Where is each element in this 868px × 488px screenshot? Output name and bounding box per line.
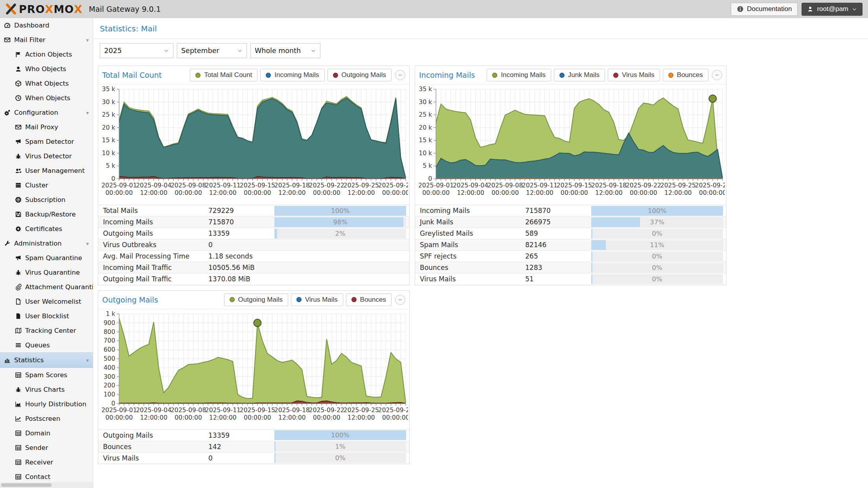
sidebar-item-action-objects[interactable]: Action Objects: [0, 47, 93, 62]
table-row-incoming-mail-traffic[interactable]: Incoming Mail Traffic10505.56 MiB: [98, 262, 409, 273]
legend-item-outgoing-mails[interactable]: Outgoing Mails: [224, 294, 288, 306]
stat-value: 0: [208, 239, 274, 251]
legend-dot-icon: [351, 297, 357, 302]
legend-item-incoming-mails[interactable]: Incoming Mails: [487, 69, 551, 81]
sidebar-item-spam-quarantine[interactable]: Spam Quarantine: [0, 251, 93, 265]
stat-value: 51: [525, 273, 591, 285]
svg-text:15 k: 15 k: [102, 137, 115, 144]
svg-text:00:00:00: 00:00:00: [105, 189, 133, 196]
month-select[interactable]: September: [177, 43, 247, 58]
table-row-outgoing-mail-traffic[interactable]: Outgoing Mail Traffic1370.08 MiB: [98, 273, 409, 285]
sidebar-scrollbar-thumb[interactable]: [1, 483, 51, 487]
svg-text:00:00:00: 00:00:00: [244, 189, 271, 196]
table-row-bounces[interactable]: Bounces12830%: [415, 262, 726, 273]
legend-item-bounces[interactable]: Bounces: [663, 69, 708, 81]
collapse-arrow-icon[interactable]: ▾: [86, 357, 89, 363]
table-icon: [15, 444, 22, 451]
table-row-virus-mails[interactable]: Virus Mails510%: [415, 273, 726, 285]
table-row-avg-mail-processing-time[interactable]: Avg. Mail Processing Time1.18 seconds: [98, 251, 409, 262]
sidebar-item-configuration[interactable]: Configuration▾: [0, 105, 93, 120]
table-row-outgoing-mails[interactable]: Outgoing Mails13359100%: [98, 429, 409, 441]
sidebar-item-tracking-center[interactable]: Tracking Center: [0, 323, 93, 338]
svg-text:00:00:00: 00:00:00: [313, 189, 340, 196]
sidebar-item-who-objects[interactable]: Who Objects: [0, 62, 93, 76]
year-select[interactable]: 2025: [100, 43, 173, 58]
sidebar-item-sender[interactable]: Sender: [0, 440, 93, 455]
chartline-icon: [15, 415, 22, 422]
legend-dot-icon: [333, 73, 338, 78]
stat-value: 265: [525, 251, 591, 262]
sidebar-item-subscription[interactable]: Subscription: [0, 193, 93, 207]
legend-item-outgoing-mails[interactable]: Outgoing Mails: [327, 69, 392, 81]
sidebar-item-mail-proxy[interactable]: Mail Proxy: [0, 120, 93, 134]
collapse-button[interactable]: [712, 70, 722, 80]
table-row-spam-mails[interactable]: Spam Mails8214611%: [415, 239, 726, 251]
legend-item-virus-mails[interactable]: Virus Mails: [291, 294, 343, 306]
chevron-down-icon: [311, 48, 316, 53]
legend-item-incoming-mails[interactable]: Incoming Mails: [260, 69, 324, 81]
legend-item-total-mail-count[interactable]: Total Mail Count: [190, 69, 257, 81]
table-icon: [15, 372, 22, 378]
table-row-spf-rejects[interactable]: SPF rejects2650%: [415, 251, 726, 262]
sidebar-item-user-management[interactable]: User Management: [0, 163, 93, 178]
table-row-junk-mails[interactable]: Junk Mails26697537%: [415, 216, 726, 228]
sidebar-item-what-objects[interactable]: What Objects: [0, 76, 93, 91]
sidebar-item-administration[interactable]: Administration▾: [0, 236, 93, 251]
table-row-outgoing-mails[interactable]: Outgoing Mails133592%: [98, 228, 409, 239]
collapse-button[interactable]: [395, 70, 405, 80]
sidebar-item-virus-detector[interactable]: Virus Detector: [0, 149, 93, 163]
sidebar-item-cluster[interactable]: Cluster: [0, 178, 93, 193]
sidebar-scrollbar[interactable]: [0, 482, 93, 488]
table-row-virus-outbreaks[interactable]: Virus Outbreaks0: [98, 239, 409, 251]
svg-text:2025-09-15: 2025-09-15: [240, 407, 275, 414]
svg-text:2025-09-18: 2025-09-18: [274, 407, 310, 414]
panel-title: Outgoing Mails: [102, 295, 158, 304]
user-menu-button[interactable]: root@pam: [802, 3, 862, 16]
collapse-button[interactable]: [395, 295, 405, 305]
sidebar-item-backup-restore[interactable]: Backup/Restore: [0, 207, 93, 222]
sidebar-item-postscreen[interactable]: Postscreen: [0, 411, 93, 426]
svg-text:2025-09-01: 2025-09-01: [418, 182, 454, 189]
timespan-select[interactable]: Whole month: [250, 43, 320, 58]
sidebar-item-receiver[interactable]: Receiver: [0, 455, 93, 470]
table-row-total-mails[interactable]: Total Mails729229100%: [98, 205, 409, 216]
collapse-arrow-icon[interactable]: ▾: [86, 240, 89, 247]
documentation-button[interactable]: Documentation: [731, 3, 798, 16]
legend-item-bounces[interactable]: Bounces: [346, 294, 392, 306]
sidebar-item-when-objects[interactable]: When Objects: [0, 91, 93, 105]
sidebar-item-user-welcomelist[interactable]: User Welcomelist: [0, 294, 93, 309]
app-title: Mail Gateway 9.0.1: [89, 5, 161, 13]
chartbar-icon: [4, 357, 11, 363]
table-row-virus-mails[interactable]: Virus Mails00%: [98, 452, 409, 464]
sidebar-item-certificates[interactable]: Certificates: [0, 222, 93, 236]
sidebar-item-domain[interactable]: Domain: [0, 426, 93, 440]
legend-item-junk-mails[interactable]: Junk Mails: [554, 69, 605, 81]
legend-item-virus-mails[interactable]: Virus Mails: [608, 69, 660, 81]
sidebar-item-user-blocklist[interactable]: User Blocklist: [0, 309, 93, 323]
table-row-greylisted-mails[interactable]: Greylisted Mails5890%: [415, 228, 726, 239]
collapse-arrow-icon[interactable]: ▾: [86, 37, 89, 43]
table-row-incoming-mails[interactable]: Incoming Mails71587098%: [98, 216, 409, 228]
total-mail-count-chart: 05 k10 k15 k20 k25 k30 k35 k2025-09-0100…: [99, 85, 408, 203]
table-row-bounces[interactable]: Bounces1421%: [98, 441, 409, 452]
mail-icon: [4, 37, 11, 43]
stat-value: 82146: [525, 239, 591, 251]
stat-label: Outgoing Mail Traffic: [98, 273, 208, 285]
table-row-incoming-mails[interactable]: Incoming Mails715870100%: [415, 205, 726, 216]
sidebar-item-spam-scores[interactable]: Spam Scores: [0, 368, 93, 382]
collapse-arrow-icon[interactable]: ▾: [86, 110, 89, 116]
sidebar-item-virus-charts[interactable]: Virus Charts: [0, 382, 93, 397]
sidebar-item-attachment-quarantine[interactable]: Attachment Quarantine: [0, 280, 93, 294]
sidebar-item-hourly-distribution[interactable]: Hourly Distribution: [0, 397, 93, 411]
sidebar-item-mail-filter[interactable]: Mail Filter▾: [0, 33, 93, 47]
svg-text:700: 700: [103, 337, 115, 344]
bug-icon: [15, 386, 22, 393]
svg-text:800: 800: [103, 328, 115, 335]
sidebar-item-dashboard[interactable]: Dashboard: [0, 18, 93, 33]
bug-icon: [15, 153, 22, 160]
sidebar-item-virus-quarantine[interactable]: Virus Quarantine: [0, 265, 93, 280]
sidebar-item-statistics[interactable]: Statistics▾: [0, 352, 93, 368]
sidebar-item-label: Subscription: [25, 196, 66, 204]
sidebar-item-queues[interactable]: Queues: [0, 338, 93, 352]
sidebar-item-spam-detector[interactable]: Spam Detector: [0, 134, 93, 149]
